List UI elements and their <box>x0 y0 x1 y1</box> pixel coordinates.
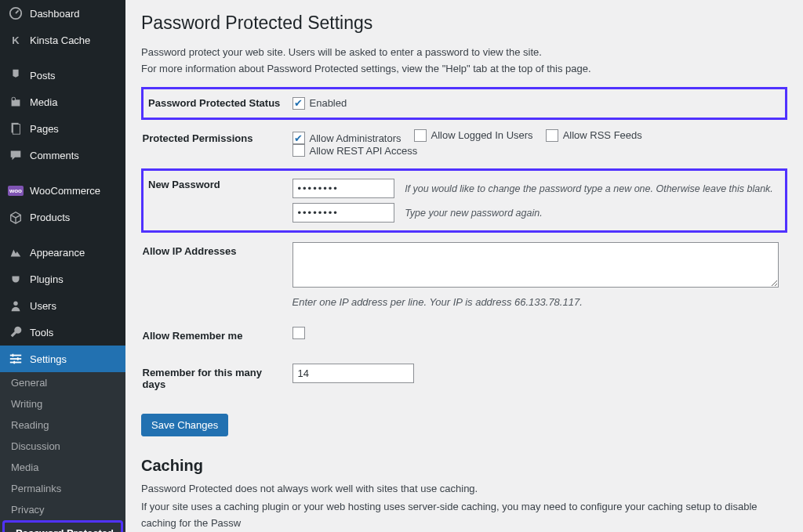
sidebar-item-dashboard[interactable]: Dashboard <box>0 0 125 27</box>
admin-sidebar: DashboardKKinsta CachePostsMediaPagesCom… <box>0 0 125 532</box>
new-password-input[interactable] <box>292 179 394 198</box>
settings-submenu: GeneralWritingReadingDiscussionMediaPerm… <box>0 372 125 532</box>
sidebar-item-comments[interactable]: Comments <box>0 142 125 168</box>
new-password-heading: New Password <box>143 170 292 232</box>
new-password-hint-2: Type your new password again. <box>405 208 543 219</box>
permissions-heading: Protected Permissions <box>143 118 292 170</box>
pin-icon <box>8 67 24 83</box>
allow-ip-heading: Allow IP Addresses <box>143 232 292 318</box>
svg-rect-7 <box>10 362 21 364</box>
row-remember: Allow Remember me <box>143 317 787 354</box>
settings-form: Password Protected Status Enabled Protec… <box>141 87 787 404</box>
comm-icon <box>8 147 24 163</box>
perm-option-0[interactable]: Allow Administrators <box>292 132 402 144</box>
row-new-password: New Password If you would like to change… <box>143 170 787 232</box>
perm-checkbox-1[interactable] <box>414 129 427 142</box>
settings-sub-permalinks[interactable]: Permalinks <box>0 478 125 499</box>
svg-rect-5 <box>10 355 21 356</box>
perm-option-3[interactable]: Allow REST API Access <box>292 144 418 157</box>
sidebar-item-label: Dashboard <box>30 8 80 20</box>
dash-icon <box>8 5 24 21</box>
settings-sub-discussion[interactable]: Discussion <box>0 436 125 457</box>
k-icon: K <box>8 32 24 48</box>
svg-point-4 <box>13 302 17 306</box>
svg-rect-10 <box>13 361 15 364</box>
settings-sub-reading[interactable]: Reading <box>0 414 125 436</box>
svg-rect-8 <box>13 354 14 357</box>
sidebar-item-label: Media <box>30 96 57 108</box>
allow-ip-textarea[interactable] <box>292 242 779 288</box>
perm-label-2: Allow RSS Feeds <box>563 129 642 141</box>
allow-ip-note: Enter one IP address per line. Your IP i… <box>292 296 779 308</box>
sidebar-item-label: Products <box>30 212 70 223</box>
row-permissions: Protected Permissions Allow Administrato… <box>143 118 787 170</box>
new-password-hint-1: If you would like to change the password… <box>405 183 773 194</box>
sidebar-item-posts[interactable]: Posts <box>0 62 125 89</box>
confirm-password-input[interactable] <box>292 203 394 223</box>
plug-icon <box>8 271 24 287</box>
row-status: Password Protected Status Enabled <box>143 88 787 118</box>
settings-sub-password-protected[interactable]: Password Protected <box>5 523 121 532</box>
row-allow-ip: Allow IP Addresses Enter one IP address … <box>143 232 787 318</box>
prod-icon <box>8 209 24 225</box>
sidebar-item-label: WooCommerce <box>30 185 100 197</box>
sidebar-item-label: Comments <box>30 150 79 161</box>
perm-option-1[interactable]: Allow Logged In Users <box>414 129 533 142</box>
settings-sub-general[interactable]: General <box>0 372 125 393</box>
sidebar-item-kinsta-cache[interactable]: KKinsta Cache <box>0 27 125 53</box>
page-title: Password Protected Settings <box>141 13 787 34</box>
perm-checkbox-3[interactable] <box>292 144 305 157</box>
sidebar-item-tools[interactable]: Tools <box>0 319 125 346</box>
sidebar-item-label: Kinsta Cache <box>30 34 90 46</box>
settings-sub-media[interactable]: Media <box>0 457 125 478</box>
user-icon <box>8 298 24 313</box>
app-icon <box>8 244 24 260</box>
settings-sub-writing[interactable]: Writing <box>0 393 125 414</box>
svg-rect-6 <box>10 358 21 360</box>
perm-label-0: Allow Administrators <box>310 132 402 144</box>
page-icon <box>8 121 24 136</box>
set-icon <box>8 351 24 367</box>
media-icon <box>8 94 24 110</box>
sidebar-item-label: Users <box>30 300 56 312</box>
tool-icon <box>8 324 24 340</box>
sidebar-item-label: Settings <box>30 353 67 365</box>
remember-days-input[interactable] <box>292 364 414 383</box>
sidebar-item-label: Appearance <box>30 247 85 259</box>
remember-checkbox[interactable] <box>292 327 305 339</box>
sidebar-item-settings[interactable]: Settings <box>0 346 125 372</box>
page-desc-1: Password protect your web site. Users wi… <box>141 45 787 61</box>
caching-desc-1: Password Protected does not always work … <box>141 481 787 498</box>
svg-rect-9 <box>17 357 19 360</box>
sidebar-item-media[interactable]: Media <box>0 89 125 115</box>
settings-sub-privacy[interactable]: Privacy <box>0 499 125 520</box>
status-enabled-label: Enabled <box>310 97 347 109</box>
sidebar-item-label: Posts <box>30 70 56 81</box>
perm-checkbox-0[interactable] <box>292 132 305 144</box>
row-remember-days: Remember for this many days <box>143 354 787 403</box>
svg-point-1 <box>13 98 16 101</box>
perm-option-2[interactable]: Allow RSS Feeds <box>546 129 642 142</box>
sidebar-item-label: Plugins <box>30 273 64 285</box>
sidebar-item-label: Pages <box>30 123 59 135</box>
save-button[interactable]: Save Changes <box>141 414 228 436</box>
status-checkbox[interactable] <box>292 97 305 110</box>
sidebar-item-plugins[interactable]: Plugins <box>0 266 125 292</box>
svg-rect-3 <box>13 125 20 135</box>
sidebar-item-appearance[interactable]: Appearance <box>0 239 125 266</box>
woo-icon: woo <box>8 183 24 198</box>
perm-label-3: Allow REST API Access <box>310 145 418 157</box>
page-desc-2: For more information about Password Prot… <box>141 61 787 78</box>
main-content: Password Protected Settings Password pro… <box>125 0 803 532</box>
sidebar-item-woocommerce[interactable]: wooWooCommerce <box>0 177 125 204</box>
perm-checkbox-2[interactable] <box>546 129 558 142</box>
perm-label-1: Allow Logged In Users <box>431 129 533 141</box>
remember-days-heading: Remember for this many days <box>143 354 292 403</box>
sidebar-item-label: Tools <box>30 327 53 338</box>
sidebar-item-pages[interactable]: Pages <box>0 115 125 142</box>
remember-heading: Allow Remember me <box>143 317 292 354</box>
sidebar-item-users[interactable]: Users <box>0 292 125 319</box>
caching-desc-2: If your site uses a caching plugin or yo… <box>141 499 787 532</box>
sidebar-item-products[interactable]: Products <box>0 204 125 230</box>
status-enabled-toggle[interactable]: Enabled <box>292 97 347 110</box>
